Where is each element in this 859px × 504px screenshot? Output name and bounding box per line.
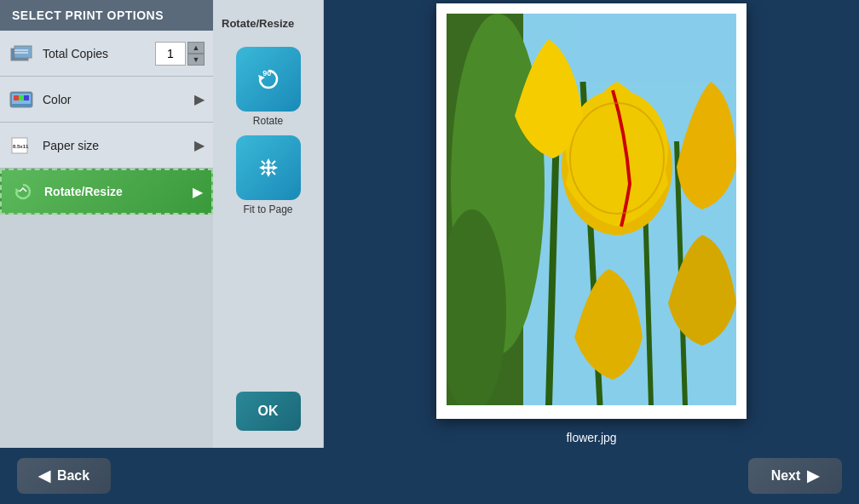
svg-marker-14: [266, 158, 271, 163]
svg-rect-7: [19, 95, 24, 100]
rotate-icon: [10, 181, 36, 202]
svg-marker-17: [273, 165, 278, 170]
rotate-label: Rotate/Resize: [44, 185, 193, 198]
preview-container: [436, 3, 747, 419]
fit-button-label: Fit to Page: [243, 203, 292, 215]
rotate-button-label: Rotate: [253, 115, 283, 127]
svg-marker-15: [266, 172, 271, 177]
copies-down-button[interactable]: ▼: [187, 54, 205, 66]
panel-header: SELECT PRINT OPTIONS: [0, 0, 213, 31]
next-button[interactable]: Next ▶: [748, 458, 842, 494]
fit-button-wrapper: Fit to Page: [236, 135, 301, 215]
submenu-panel: Rotate/Resize 90° Rotate: [213, 0, 324, 448]
svg-rect-1: [14, 46, 32, 58]
svg-rect-8: [24, 95, 29, 100]
back-label: Back: [57, 468, 89, 484]
rotate-button-wrapper: 90° Rotate: [236, 47, 301, 127]
option-row-copies: Total Copies ▲ ▼: [0, 31, 213, 77]
svg-marker-16: [259, 165, 264, 170]
ok-label: OK: [258, 404, 279, 418]
color-icon: [9, 89, 34, 110]
color-arrow: ▶: [194, 91, 205, 107]
copies-control: ▲ ▼: [155, 42, 205, 66]
filename-label: flower.jpg: [566, 431, 616, 444]
ok-wrapper: OK: [236, 392, 301, 431]
left-panel: SELECT PRINT OPTIONS Total Copies ▲ ▼: [0, 0, 213, 448]
preview-area: flower.jpg: [324, 0, 859, 448]
bottom-bar: ◀ Back Next ▶: [0, 448, 859, 504]
copies-icon: [9, 43, 34, 64]
copies-input[interactable]: [155, 42, 186, 66]
paper-arrow: ▶: [194, 137, 205, 153]
submenu-header: Rotate/Resize: [213, 17, 294, 30]
preview-image: [447, 14, 736, 405]
panel-title: SELECT PRINT OPTIONS: [12, 9, 164, 22]
svg-rect-29: [579, 14, 736, 82]
back-button[interactable]: ◀ Back: [17, 458, 111, 494]
copies-label: Total Copies: [43, 47, 155, 60]
option-row-color[interactable]: Color ▶: [0, 77, 213, 123]
svg-text:8.5x11: 8.5x11: [13, 144, 29, 149]
svg-rect-6: [14, 95, 19, 100]
copies-up-button[interactable]: ▲: [187, 42, 205, 54]
next-arrow-icon: ▶: [807, 467, 819, 485]
copies-spinners: ▲ ▼: [187, 42, 205, 66]
option-row-paper[interactable]: 8.5x11 Paper size ▶: [0, 123, 213, 169]
color-label: Color: [43, 93, 194, 106]
rotate-arrow: ▶: [193, 184, 203, 200]
paper-label: Paper size: [43, 139, 194, 152]
rotate-button[interactable]: 90°: [236, 47, 301, 112]
ok-button[interactable]: OK: [236, 392, 301, 431]
back-arrow-icon: ◀: [38, 467, 50, 485]
option-row-rotate[interactable]: Rotate/Resize ▶: [0, 169, 213, 215]
paper-icon: 8.5x11: [9, 135, 34, 156]
next-label: Next: [771, 468, 801, 484]
fit-to-page-button[interactable]: [236, 135, 301, 200]
